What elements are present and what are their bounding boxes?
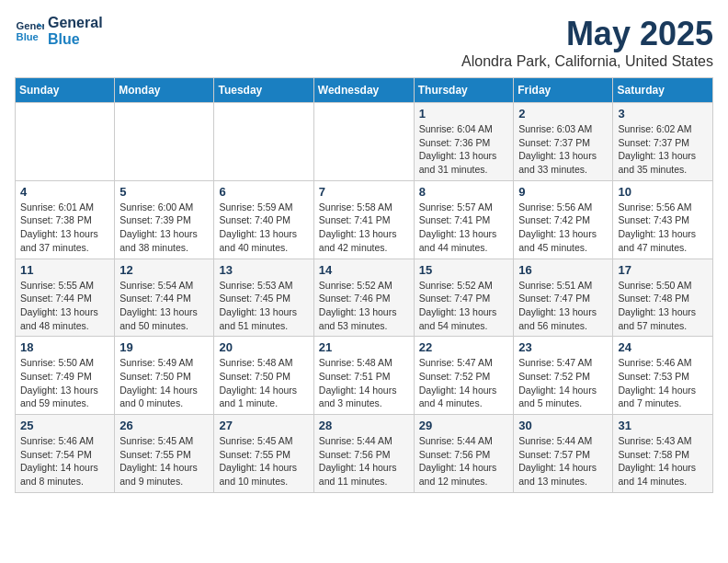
- day-info: Sunrise: 5:59 AM Sunset: 7:40 PM Dayligh…: [219, 201, 308, 255]
- page-header: General Blue General Blue May 2025 Alond…: [15, 15, 713, 70]
- day-cell: 11Sunrise: 5:55 AM Sunset: 7:44 PM Dayli…: [16, 259, 115, 337]
- day-number: 8: [419, 185, 509, 199]
- logo-general: General: [48, 15, 103, 31]
- day-number: 17: [618, 263, 708, 277]
- day-cell: 21Sunrise: 5:48 AM Sunset: 7:51 PM Dayli…: [313, 337, 414, 415]
- title-block: May 2025 Alondra Park, California, Unite…: [461, 15, 713, 70]
- header-row: SundayMondayTuesdayWednesdayThursdayFrid…: [16, 78, 713, 103]
- day-info: Sunrise: 5:58 AM Sunset: 7:41 PM Dayligh…: [319, 201, 409, 255]
- header-thursday: Thursday: [414, 78, 514, 103]
- day-cell: 14Sunrise: 5:52 AM Sunset: 7:46 PM Dayli…: [313, 259, 414, 337]
- day-info: Sunrise: 5:55 AM Sunset: 7:44 PM Dayligh…: [20, 279, 109, 333]
- day-cell: 25Sunrise: 5:46 AM Sunset: 7:54 PM Dayli…: [16, 415, 115, 493]
- day-info: Sunrise: 5:56 AM Sunset: 7:42 PM Dayligh…: [518, 201, 608, 255]
- day-cell: 15Sunrise: 5:52 AM Sunset: 7:47 PM Dayli…: [414, 259, 514, 337]
- header-tuesday: Tuesday: [214, 78, 313, 103]
- day-cell: 3Sunrise: 6:02 AM Sunset: 7:37 PM Daylig…: [613, 103, 713, 181]
- day-info: Sunrise: 5:44 AM Sunset: 7:57 PM Dayligh…: [518, 434, 608, 488]
- day-cell: 24Sunrise: 5:46 AM Sunset: 7:53 PM Dayli…: [613, 337, 713, 415]
- week-row-0: 1Sunrise: 6:04 AM Sunset: 7:36 PM Daylig…: [16, 103, 713, 181]
- day-number: 2: [518, 107, 608, 121]
- day-cell: 31Sunrise: 5:43 AM Sunset: 7:58 PM Dayli…: [613, 415, 713, 493]
- day-number: 30: [518, 419, 608, 432]
- day-number: 16: [518, 263, 608, 277]
- day-number: 18: [20, 340, 109, 354]
- day-info: Sunrise: 5:50 AM Sunset: 7:48 PM Dayligh…: [618, 279, 708, 333]
- day-number: 13: [219, 263, 308, 277]
- day-info: Sunrise: 5:52 AM Sunset: 7:46 PM Dayligh…: [319, 279, 409, 333]
- day-number: 28: [319, 419, 409, 432]
- day-cell: 8Sunrise: 5:57 AM Sunset: 7:41 PM Daylig…: [414, 180, 514, 259]
- day-number: 22: [419, 340, 509, 354]
- day-info: Sunrise: 5:49 AM Sunset: 7:50 PM Dayligh…: [119, 356, 209, 410]
- page-title: May 2025: [461, 15, 713, 53]
- day-number: 27: [219, 419, 308, 432]
- day-number: 31: [618, 419, 708, 432]
- day-number: 23: [518, 340, 608, 354]
- calendar-header: SundayMondayTuesdayWednesdayThursdayFrid…: [16, 78, 713, 103]
- day-cell: [16, 103, 115, 181]
- day-number: 21: [319, 340, 409, 354]
- day-cell: 2Sunrise: 6:03 AM Sunset: 7:37 PM Daylig…: [514, 103, 613, 181]
- day-cell: 10Sunrise: 5:56 AM Sunset: 7:43 PM Dayli…: [613, 180, 713, 259]
- day-info: Sunrise: 5:47 AM Sunset: 7:52 PM Dayligh…: [419, 356, 509, 410]
- day-cell: 22Sunrise: 5:47 AM Sunset: 7:52 PM Dayli…: [414, 337, 514, 415]
- day-cell: [313, 103, 414, 181]
- day-cell: 29Sunrise: 5:44 AM Sunset: 7:56 PM Dayli…: [414, 415, 514, 493]
- day-info: Sunrise: 5:46 AM Sunset: 7:54 PM Dayligh…: [20, 434, 109, 488]
- day-number: 14: [319, 263, 409, 277]
- day-cell: 9Sunrise: 5:56 AM Sunset: 7:42 PM Daylig…: [514, 180, 613, 259]
- svg-text:Blue: Blue: [17, 31, 39, 42]
- day-info: Sunrise: 5:52 AM Sunset: 7:47 PM Dayligh…: [419, 279, 509, 333]
- day-number: 15: [419, 263, 509, 277]
- day-cell: [115, 103, 214, 181]
- day-cell: 1Sunrise: 6:04 AM Sunset: 7:36 PM Daylig…: [414, 103, 514, 181]
- day-info: Sunrise: 5:53 AM Sunset: 7:45 PM Dayligh…: [219, 279, 308, 333]
- calendar-table: SundayMondayTuesdayWednesdayThursdayFrid…: [15, 77, 713, 493]
- logo-icon: General Blue: [15, 17, 44, 46]
- header-sunday: Sunday: [16, 78, 115, 103]
- day-number: 11: [20, 263, 109, 277]
- header-monday: Monday: [115, 78, 214, 103]
- day-info: Sunrise: 6:01 AM Sunset: 7:38 PM Dayligh…: [20, 201, 109, 255]
- day-info: Sunrise: 6:04 AM Sunset: 7:36 PM Dayligh…: [419, 122, 509, 177]
- day-cell: 4Sunrise: 6:01 AM Sunset: 7:38 PM Daylig…: [16, 180, 115, 259]
- day-number: 29: [419, 419, 509, 432]
- header-saturday: Saturday: [613, 78, 713, 103]
- day-number: 7: [319, 185, 409, 199]
- page-subtitle: Alondra Park, California, United States: [461, 53, 713, 70]
- day-info: Sunrise: 5:47 AM Sunset: 7:52 PM Dayligh…: [518, 356, 608, 410]
- day-cell: 5Sunrise: 6:00 AM Sunset: 7:39 PM Daylig…: [115, 180, 214, 259]
- day-number: 25: [20, 419, 109, 432]
- day-info: Sunrise: 5:45 AM Sunset: 7:55 PM Dayligh…: [219, 434, 308, 488]
- day-info: Sunrise: 6:00 AM Sunset: 7:39 PM Dayligh…: [119, 201, 209, 255]
- day-number: 9: [518, 185, 608, 199]
- day-cell: 28Sunrise: 5:44 AM Sunset: 7:56 PM Dayli…: [313, 415, 414, 493]
- calendar-body: 1Sunrise: 6:04 AM Sunset: 7:36 PM Daylig…: [16, 103, 713, 493]
- day-cell: 19Sunrise: 5:49 AM Sunset: 7:50 PM Dayli…: [115, 337, 214, 415]
- day-info: Sunrise: 5:48 AM Sunset: 7:51 PM Dayligh…: [319, 356, 409, 410]
- day-number: 12: [119, 263, 209, 277]
- day-info: Sunrise: 5:50 AM Sunset: 7:49 PM Dayligh…: [20, 356, 109, 410]
- day-info: Sunrise: 5:51 AM Sunset: 7:47 PM Dayligh…: [518, 279, 608, 333]
- day-info: Sunrise: 5:56 AM Sunset: 7:43 PM Dayligh…: [618, 201, 708, 255]
- day-cell: 13Sunrise: 5:53 AM Sunset: 7:45 PM Dayli…: [214, 259, 313, 337]
- day-cell: 6Sunrise: 5:59 AM Sunset: 7:40 PM Daylig…: [214, 180, 313, 259]
- day-number: 20: [219, 340, 308, 354]
- day-number: 4: [20, 185, 109, 199]
- day-number: 5: [119, 185, 209, 199]
- day-number: 26: [119, 419, 209, 432]
- day-number: 3: [618, 107, 708, 121]
- day-info: Sunrise: 5:43 AM Sunset: 7:58 PM Dayligh…: [618, 434, 708, 488]
- day-cell: 18Sunrise: 5:50 AM Sunset: 7:49 PM Dayli…: [16, 337, 115, 415]
- day-info: Sunrise: 5:44 AM Sunset: 7:56 PM Dayligh…: [319, 434, 409, 488]
- day-info: Sunrise: 5:46 AM Sunset: 7:53 PM Dayligh…: [618, 356, 708, 410]
- day-info: Sunrise: 6:03 AM Sunset: 7:37 PM Dayligh…: [518, 122, 608, 177]
- week-row-3: 18Sunrise: 5:50 AM Sunset: 7:49 PM Dayli…: [16, 337, 713, 415]
- day-cell: 27Sunrise: 5:45 AM Sunset: 7:55 PM Dayli…: [214, 415, 313, 493]
- day-info: Sunrise: 5:54 AM Sunset: 7:44 PM Dayligh…: [119, 279, 209, 333]
- logo-blue: Blue: [48, 31, 103, 48]
- day-cell: 26Sunrise: 5:45 AM Sunset: 7:55 PM Dayli…: [115, 415, 214, 493]
- logo: General Blue General Blue: [15, 15, 103, 48]
- day-cell: 12Sunrise: 5:54 AM Sunset: 7:44 PM Dayli…: [115, 259, 214, 337]
